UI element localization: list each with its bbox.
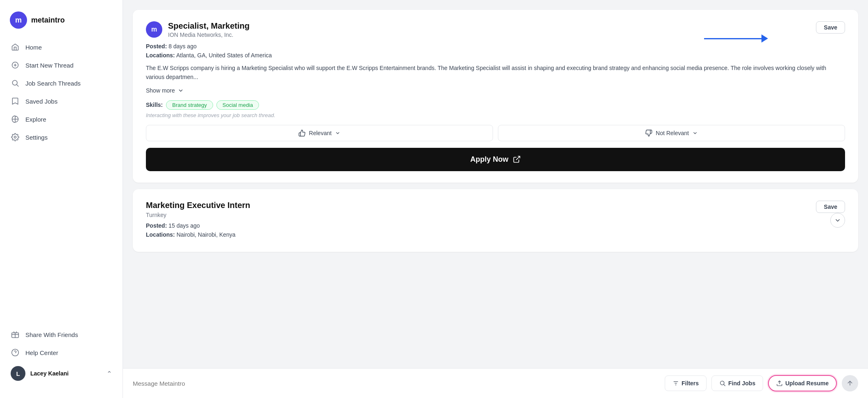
show-more-label: Show more (146, 87, 175, 94)
user-profile[interactable]: L Lacey Kaelani ⌃ (5, 362, 118, 385)
sidebar: m metaintro Home Start New Thread Job Se… (0, 0, 123, 398)
chevron-down-icon (177, 87, 184, 94)
locations-value-2: Nairobi, Nairobi, Kenya (177, 231, 236, 238)
job-details-1: Posted: 8 days ago Locations: Atlanta, G… (146, 43, 845, 59)
arrow-line (704, 38, 761, 39)
filters-label: Filters (682, 380, 699, 387)
show-more-button[interactable]: Show more (146, 87, 184, 94)
locations-value-1-text: Atlanta, GA, United States of America (176, 52, 272, 59)
locations-row-1: Locations: Atlanta, GA, United States of… (146, 52, 845, 59)
skills-row: Skills: Brand strategy Social media (146, 100, 845, 110)
user-name: Lacey Kaelani (30, 370, 102, 377)
save-button-1[interactable]: Save (816, 21, 845, 34)
relevant-chevron-icon (335, 130, 341, 136)
find-jobs-icon (719, 380, 726, 387)
posted-row-1: Posted: 8 days ago (146, 43, 845, 50)
locations-row-2: Locations: Nairobi, Nairobi, Kenya (146, 231, 250, 238)
svg-point-5 (14, 136, 16, 138)
find-jobs-label: Find Jobs (728, 380, 755, 387)
locations-label-2: Locations: (146, 231, 175, 238)
posted-label-1: Posted: (146, 43, 167, 50)
sidebar-item-share[interactable]: Share With Friends (5, 326, 118, 343)
logo[interactable]: m metaintro (0, 8, 123, 38)
thumbs-up-icon (298, 129, 306, 137)
relevant-label: Relevant (309, 130, 332, 136)
upload-resume-label: Upload Resume (785, 380, 829, 387)
sidebar-item-explore-label: Explore (25, 116, 46, 123)
sidebar-item-job-search[interactable]: Job Search Threads (5, 75, 118, 92)
job-card-1: m Specialist, Marketing ION Media Networ… (133, 10, 858, 183)
sidebar-item-start-thread[interactable]: Start New Thread (5, 57, 118, 74)
sidebar-item-saved-jobs-label: Saved Jobs (25, 98, 57, 105)
plus-circle-icon (11, 61, 20, 70)
job-card-2: Marketing Executive Intern Turnkey Poste… (133, 189, 858, 252)
svg-line-4 (17, 85, 19, 87)
gift-icon (11, 330, 20, 339)
sidebar-item-saved-jobs[interactable]: Saved Jobs (5, 93, 118, 110)
svg-point-9 (12, 349, 19, 356)
posted-value-1-text: 8 days ago (168, 43, 197, 50)
upload-resume-button[interactable]: Upload Resume (768, 375, 837, 391)
posted-row-2: Posted: 15 days ago (146, 222, 250, 229)
sidebar-bottom: Share With Friends Help Center L Lacey K… (0, 321, 123, 390)
avatar: L (11, 366, 25, 381)
job-title-2: Marketing Executive Intern (146, 201, 250, 210)
job-title-block-1: Specialist, Marketing ION Media Networks… (168, 21, 250, 38)
sidebar-item-settings-label: Settings (25, 134, 48, 141)
scrollable-content: m Specialist, Marketing ION Media Networ… (123, 0, 868, 368)
posted-label-2: Posted: (146, 222, 167, 229)
chevron-down-icon-2 (834, 217, 841, 224)
chevron-up-icon: ⌃ (107, 370, 112, 378)
sidebar-item-job-search-label: Job Search Threads (25, 80, 81, 87)
megaphone-icon (11, 115, 20, 124)
arrow-decoration (704, 34, 768, 43)
not-relevant-label: Not Relevant (656, 130, 689, 136)
job-card-1-meta: m Specialist, Marketing ION Media Networ… (146, 21, 250, 38)
sidebar-item-explore[interactable]: Explore (5, 111, 118, 128)
filters-button[interactable]: Filters (665, 375, 707, 391)
scroll-top-button[interactable] (842, 375, 858, 391)
skill-tag-1[interactable]: Brand strategy (166, 100, 213, 110)
posted-value-2: 15 days ago (168, 222, 200, 229)
bookmark-icon (11, 97, 20, 106)
sidebar-item-help-label: Help Center (25, 349, 58, 356)
logo-icon: m (10, 11, 27, 29)
upload-icon (776, 380, 783, 387)
logo-text: metaintro (31, 16, 65, 25)
main-content-area: m Specialist, Marketing ION Media Networ… (123, 0, 868, 398)
not-relevant-button[interactable]: Not Relevant (498, 125, 845, 141)
skills-label: Skills: (146, 102, 163, 108)
sidebar-item-share-label: Share With Friends (25, 331, 78, 338)
job-card-2-info: Marketing Executive Intern Turnkey Poste… (146, 201, 250, 240)
message-input[interactable] (133, 380, 660, 387)
svg-line-16 (724, 384, 725, 386)
expand-card-2-button[interactable] (830, 213, 845, 228)
job-company-2: Turnkey (146, 212, 250, 218)
thumbs-down-icon (645, 129, 652, 137)
sidebar-item-settings[interactable]: Settings (5, 129, 118, 146)
job-title-1: Specialist, Marketing (168, 21, 250, 31)
apply-now-label: Apply Now (470, 155, 509, 164)
gear-icon (11, 133, 20, 142)
find-jobs-button[interactable]: Find Jobs (711, 375, 763, 391)
svg-point-3 (12, 80, 17, 85)
bottom-bar: Filters Find Jobs Upload Resume (123, 368, 868, 398)
sidebar-nav: Home Start New Thread Job Search Threads… (0, 38, 123, 321)
sidebar-item-home[interactable]: Home (5, 38, 118, 56)
external-link-icon (513, 155, 521, 163)
save-button-2[interactable]: Save (816, 201, 845, 213)
sidebar-item-start-thread-label: Start New Thread (25, 62, 73, 69)
svg-point-15 (720, 381, 724, 385)
relevance-row: Relevant Not Relevant (146, 125, 845, 141)
sidebar-item-home-label: Home (25, 44, 42, 51)
not-relevant-chevron-icon (692, 130, 698, 136)
arrow-up-icon (846, 380, 854, 387)
skill-tag-2[interactable]: Social media (216, 100, 259, 110)
locations-label-1: Locations: (146, 52, 175, 59)
job-description-1: The E.W Scripps company is hiring a Mark… (146, 63, 845, 82)
sidebar-item-help[interactable]: Help Center (5, 344, 118, 361)
apply-now-button[interactable]: Apply Now (146, 148, 845, 171)
search-icon (11, 79, 20, 88)
relevant-button[interactable]: Relevant (146, 125, 493, 141)
filters-icon (673, 380, 679, 387)
